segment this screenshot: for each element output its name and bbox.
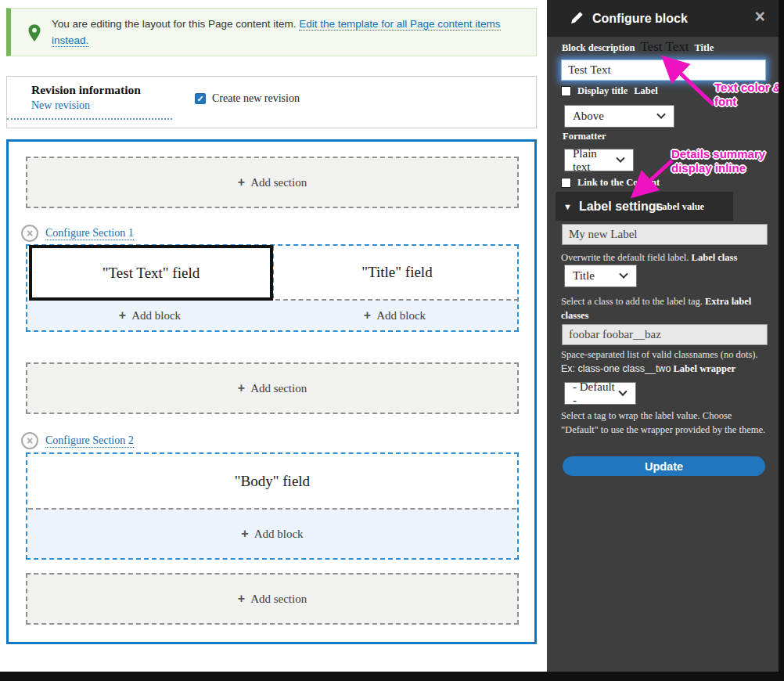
plus-icon: + <box>119 308 126 322</box>
status-message-body: You are editing the layout for this Page… <box>52 18 296 30</box>
chevron-down-icon <box>656 110 665 118</box>
configure-section-2-link[interactable]: Configure Section 2 <box>45 434 134 448</box>
revision-information-box: Revision information New revision ✓ Crea… <box>6 76 537 128</box>
status-message-text: You are editing the layout for this Page… <box>52 16 525 49</box>
link-to-content-checkbox[interactable] <box>561 178 571 188</box>
formatter-select[interactable]: Plain text <box>564 149 634 171</box>
chevron-down-icon <box>616 153 624 162</box>
configure-section-1-row: × Configure Section 1 <box>21 225 134 242</box>
add-section-label: Add section <box>250 382 307 395</box>
layout-builder-page: You are editing the layout for this Page… <box>0 0 784 681</box>
new-revision-tab[interactable]: New revision <box>31 99 90 112</box>
annotation-line: Details summary <box>671 147 765 161</box>
annotation-details-summary: Details summary display inline <box>671 147 765 175</box>
body-field-block[interactable]: "Body" field <box>27 454 517 508</box>
block-description-input[interactable] <box>561 59 766 81</box>
block-description-row: Block description Test Text Title <box>562 39 773 55</box>
annotation-line: font <box>714 95 782 109</box>
add-section-button-3[interactable]: + Add section <box>26 573 519 625</box>
link-to-content-label: Link to the Content <box>577 177 660 189</box>
display-title-checkbox[interactable] <box>561 86 571 96</box>
create-new-revision-row: ✓ Create new revision <box>195 92 300 105</box>
label-value-description: Overwrite the default field label. Label… <box>561 250 769 265</box>
test-text-field-label: "Test Text" field <box>102 265 200 282</box>
add-block-button-col2[interactable]: + Add block <box>272 301 517 330</box>
add-section-button-2[interactable]: + Add section <box>26 362 519 414</box>
create-new-revision-checkbox[interactable]: ✓ <box>195 93 206 104</box>
label-class-select[interactable]: Title <box>564 265 637 287</box>
section-1: "Test Text" field "Title" field + Add bl… <box>26 244 519 332</box>
x-icon: × <box>27 227 33 240</box>
block-description-preview: Test Text <box>640 39 689 55</box>
link-to-content-row: Link to the Content <box>561 177 660 189</box>
caret-down-icon: ▼ <box>563 202 572 211</box>
label-wrapper-label: Label wrapper <box>673 363 735 374</box>
formatter-label: Formatter <box>563 131 606 142</box>
formatter-value: Plain text <box>573 147 617 174</box>
extra-classes-example: Ex: class-one class__two <box>561 363 671 374</box>
window-edge-right <box>779 0 784 681</box>
remove-section-1-icon[interactable]: × <box>21 225 38 242</box>
add-block-button-col1[interactable]: + Add block <box>27 301 272 330</box>
label-value-label: Label value <box>656 201 704 213</box>
revision-information-title: Revision information <box>31 83 172 97</box>
revision-vertical-tab: Revision information New revision <box>7 77 172 120</box>
configure-section-2-row: × Configure Section 2 <box>21 432 134 449</box>
label-position-select[interactable]: Above <box>564 105 674 128</box>
annotation-text-color: Text color & font <box>714 81 782 109</box>
display-title-label: Display title <box>577 85 628 97</box>
sidebar-title: Configure block <box>592 12 688 26</box>
display-title-row: Display title Label <box>561 85 658 97</box>
pencil-icon <box>570 11 584 24</box>
label-settings-title: Label settings <box>579 200 664 214</box>
section-1-add-block-row: + Add block + Add block <box>27 301 517 330</box>
add-block-label: Add block <box>376 309 426 322</box>
plus-icon: + <box>241 527 248 541</box>
add-block-label: Add block <box>131 309 181 322</box>
block-description-label: Block description <box>562 42 635 54</box>
check-icon: ✓ <box>196 94 203 103</box>
update-button[interactable]: Update <box>563 456 765 476</box>
plus-icon: + <box>238 381 245 395</box>
add-section-label: Add section <box>250 176 307 189</box>
test-text-field-block[interactable]: "Test Text" field <box>29 245 273 301</box>
label-value-input[interactable] <box>562 224 768 245</box>
x-icon: × <box>27 434 33 447</box>
label-class-label: Label class <box>692 252 738 263</box>
label-value-desc-text: Overwrite the default field label. <box>561 252 689 263</box>
label-class-value: Title <box>573 269 595 283</box>
plus-icon: + <box>364 308 371 322</box>
configure-section-1-link[interactable]: Configure Section 1 <box>45 227 134 240</box>
label-position-value: Above <box>573 110 604 123</box>
create-new-revision-label: Create new revision <box>212 92 300 105</box>
window-edge-bottom <box>0 672 784 681</box>
label-settings-summary[interactable]: ▼ Label settings <box>556 192 733 221</box>
annotation-line: Text color & <box>714 81 782 95</box>
layout-builder-canvas: + Add section × Configure Section 1 "Tes… <box>6 139 537 644</box>
title-field-label: "Title" field <box>361 264 432 281</box>
location-pin-icon <box>27 23 42 42</box>
remove-section-2-icon[interactable]: × <box>21 432 38 449</box>
close-icon[interactable]: × <box>755 6 765 27</box>
label-class-description: Select a class to add to the label tag. … <box>561 294 766 322</box>
label-label: Label <box>634 85 658 97</box>
status-message: You are editing the layout for this Page… <box>6 8 537 56</box>
body-field-label: "Body" field <box>235 473 310 490</box>
chevron-down-icon <box>619 269 628 278</box>
title-label: Title <box>694 42 714 54</box>
label-wrapper-select[interactable]: - Default - <box>564 382 636 405</box>
title-field-block[interactable]: "Title" field <box>275 246 519 301</box>
annotation-line: display inline <box>671 161 765 175</box>
add-section-button-1[interactable]: + Add section <box>26 157 519 208</box>
label-wrapper-description: Select a tag to wrap the label value. Ch… <box>561 409 771 437</box>
section-2: "Body" field + Add block <box>26 452 519 560</box>
add-block-button-body[interactable]: + Add block <box>28 508 516 558</box>
extra-label-classes-input[interactable] <box>562 324 768 345</box>
add-section-label: Add section <box>250 593 307 606</box>
extra-classes-description: Space-separated list of valid classnames… <box>561 348 771 376</box>
label-class-desc-text: Select a class to add to the label tag. <box>561 296 703 307</box>
label-wrapper-desc-text: Select a tag to wrap the label value. Ch… <box>561 410 765 435</box>
extra-classes-desc-text: Space-separated list of valid classnames… <box>561 349 758 360</box>
sidebar-header: Configure block × <box>547 0 784 37</box>
label-wrapper-value: - Default - <box>573 380 620 407</box>
